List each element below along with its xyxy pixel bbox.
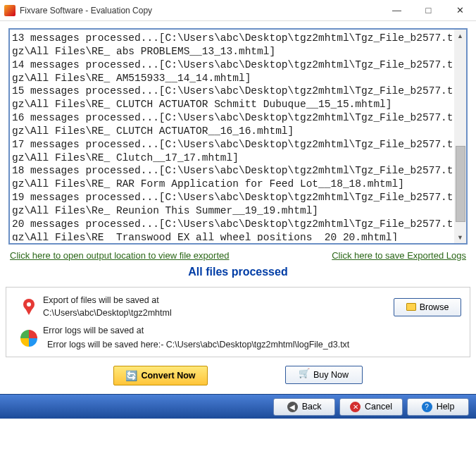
log-content: 13 messages processed...[C:\Users\abc\De… bbox=[12, 32, 464, 241]
scroll-thumb[interactable] bbox=[456, 146, 465, 222]
maximize-button[interactable]: □ bbox=[413, 0, 444, 21]
buy-label: Buy Now bbox=[313, 370, 349, 380]
folder-icon bbox=[406, 303, 416, 311]
titlebar: Fixvare Software - Evaluation Copy — □ ✕ bbox=[0, 0, 476, 21]
convert-label: Convert Now bbox=[141, 371, 195, 381]
help-label: Help bbox=[437, 402, 455, 412]
browse-button[interactable]: Browse bbox=[394, 298, 461, 316]
export-path: C:\Users\abc\Desktop\tgz2mhtml bbox=[43, 307, 394, 320]
browse-label: Browse bbox=[420, 302, 449, 312]
scroll-track[interactable] bbox=[454, 42, 466, 231]
scrollbar[interactable]: ▲ ▼ bbox=[454, 30, 466, 243]
convert-icon: 🔄 bbox=[125, 370, 137, 381]
settings-panel: Export of files will be saved at C:\User… bbox=[6, 287, 470, 357]
back-label: Back bbox=[302, 402, 322, 412]
location-pin-icon bbox=[23, 299, 35, 316]
log-line: 14 messages processed...[C:\Users\abc\De… bbox=[12, 58, 454, 85]
scroll-down-icon[interactable]: ▼ bbox=[454, 231, 466, 243]
cancel-button[interactable]: ✕ Cancel bbox=[339, 398, 403, 416]
scroll-up-icon[interactable]: ▲ bbox=[454, 30, 466, 42]
window-title: Fixvare Software - Evaluation Copy bbox=[20, 6, 381, 16]
save-logs-link[interactable]: Click here to save Exported Logs bbox=[332, 250, 466, 261]
convert-now-button[interactable]: 🔄 Convert Now bbox=[113, 366, 207, 385]
cancel-label: Cancel bbox=[365, 402, 392, 412]
cancel-icon: ✕ bbox=[350, 402, 361, 412]
close-button[interactable]: ✕ bbox=[444, 0, 476, 21]
back-button[interactable]: ◀ Back bbox=[273, 398, 335, 416]
log-line: 19 messages processed...[C:\Users\abc\De… bbox=[12, 191, 454, 218]
app-icon bbox=[4, 5, 15, 16]
log-line: 15 messages processed...[C:\Users\abc\De… bbox=[12, 85, 454, 111]
help-icon: ? bbox=[422, 402, 432, 412]
buy-now-button[interactable]: Buy Now bbox=[285, 366, 363, 384]
error-path: Error logs will be saved here:- C:\Users… bbox=[47, 339, 461, 352]
back-icon: ◀ bbox=[287, 402, 298, 412]
log-textbox[interactable]: 13 messages processed...[C:\Users\abc\De… bbox=[8, 28, 468, 245]
error-label: Error logs will be saved at bbox=[43, 325, 461, 338]
log-line: 20 messages processed...[C:\Users\abc\De… bbox=[12, 218, 454, 241]
log-line: 17 messages processed...[C:\Users\abc\De… bbox=[12, 138, 454, 165]
footer-bar: ◀ Back ✕ Cancel ? Help bbox=[0, 394, 476, 419]
status-label: All files processed bbox=[8, 264, 468, 287]
log-line: 18 messages processed...[C:\Users\abc\De… bbox=[12, 164, 454, 191]
open-output-link[interactable]: Click here to open output location to vi… bbox=[10, 250, 229, 261]
log-line: 13 messages processed...[C:\Users\abc\De… bbox=[12, 32, 454, 58]
log-line: 16 messages processed...[C:\Users\abc\De… bbox=[12, 111, 454, 138]
cart-icon bbox=[299, 371, 310, 379]
minimize-button[interactable]: — bbox=[381, 0, 413, 21]
chart-icon bbox=[20, 330, 37, 347]
export-label: Export of files will be saved at bbox=[43, 295, 394, 307]
help-button[interactable]: ? Help bbox=[407, 398, 469, 416]
